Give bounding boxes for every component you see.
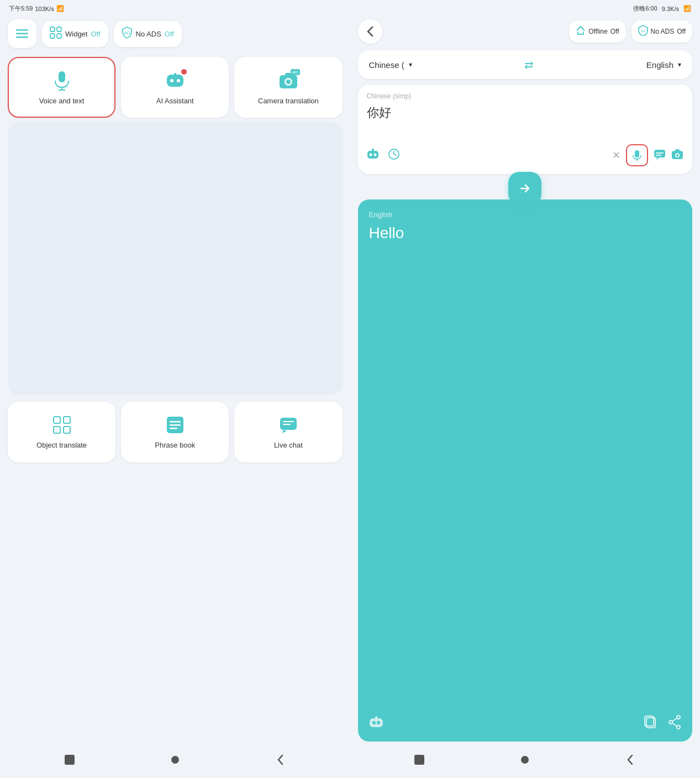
clear-button[interactable]: ✕	[612, 149, 620, 161]
camera-translation-label: Camera translation	[258, 97, 319, 106]
result-copy-icon[interactable]	[644, 715, 657, 733]
result-ai-icon[interactable]	[369, 715, 383, 733]
source-lang-chevron: ▾	[409, 61, 412, 69]
widget-label: Widget	[65, 30, 87, 38]
svg-rect-4	[57, 27, 61, 31]
svg-rect-20	[64, 417, 70, 423]
language-selector[interactable]: Chinese ( ▾ ⇄ English ▾	[358, 50, 693, 79]
feature-grid: Voice and text AI Assistant	[0, 52, 350, 122]
svg-line-56	[672, 718, 677, 722]
right-nav-back[interactable]	[622, 751, 639, 768]
left-panel: 下午5:59 103K/s 📶 Widget Off	[0, 0, 350, 778]
left-nav-square[interactable]	[61, 751, 78, 768]
voice-text-card[interactable]: Voice and text	[8, 57, 115, 118]
content-area	[8, 122, 343, 395]
svg-rect-30	[65, 755, 75, 765]
lang-swap-button[interactable]: ⇄	[524, 58, 534, 71]
left-time: 下午5:59	[9, 4, 33, 13]
right-toolbar-buttons: Offline Off AD No ADS Off	[569, 20, 692, 43]
svg-rect-31	[171, 756, 179, 764]
input-left-icons	[367, 148, 400, 163]
target-lang-chevron: ▾	[678, 61, 681, 69]
source-language[interactable]: Chinese ( ▾	[369, 60, 412, 70]
back-button[interactable]	[358, 19, 382, 44]
svg-rect-8	[59, 71, 65, 82]
svg-rect-14	[174, 73, 176, 76]
result-right-icons	[644, 715, 681, 733]
offline-label: Offline	[588, 28, 607, 35]
left-nav-circle[interactable]	[167, 751, 183, 768]
send-button[interactable]	[508, 172, 541, 205]
result-action-bar	[369, 704, 682, 733]
left-toolbar: Widget Off AD No ADS Off	[0, 15, 350, 52]
no-ads-off-label: Off	[165, 30, 174, 38]
input-lang-label: Chinese (simp)	[367, 92, 684, 100]
right-toolbar: Offline Off AD No ADS Off	[350, 15, 701, 48]
svg-rect-59	[521, 756, 529, 764]
object-translate-label: Object translate	[36, 441, 87, 450]
svg-point-35	[373, 153, 376, 156]
right-nav-bar	[350, 742, 701, 778]
left-signal-icons: 📶	[56, 5, 64, 12]
camera-toolbar-icon[interactable]	[671, 148, 683, 162]
phrase-book-label: Phrase book	[155, 441, 195, 450]
result-lang-label: English	[369, 211, 682, 219]
svg-point-55	[677, 726, 680, 729]
ai-notification-dot	[181, 69, 187, 75]
no-ads-button[interactable]: AD No ADS Off	[114, 21, 182, 47]
widget-button[interactable]: Widget Off	[42, 21, 108, 47]
svg-rect-47	[370, 718, 383, 727]
svg-rect-19	[54, 417, 60, 423]
svg-rect-36	[372, 149, 374, 151]
right-speed: 9.3K/s	[662, 6, 679, 12]
voice-text-icon-wrap	[50, 69, 73, 92]
svg-point-13	[177, 79, 180, 82]
left-speed: 103K/s	[35, 6, 54, 12]
object-translate-icon	[50, 413, 73, 437]
live-chat-label: Live chat	[274, 441, 303, 450]
send-button-area	[350, 172, 701, 205]
svg-rect-40	[654, 150, 665, 157]
input-text-display[interactable]: 你好	[367, 104, 684, 138]
bottom-feature-grid: Object translate Phrase book	[0, 395, 350, 469]
camera-translation-card[interactable]: AD Camera translation	[234, 57, 342, 118]
input-right-icons: ✕	[612, 144, 683, 166]
svg-point-45	[676, 154, 678, 156]
ai-assistant-label: AI Assistant	[156, 97, 194, 106]
svg-rect-42	[656, 155, 661, 156]
widget-off-label: Off	[91, 30, 100, 38]
svg-line-57	[672, 723, 677, 727]
right-nav-circle[interactable]	[517, 751, 533, 768]
ai-assistant-card[interactable]: AI Assistant	[121, 57, 229, 118]
right-no-ads-off-label: Off	[677, 28, 686, 35]
svg-rect-6	[57, 34, 61, 38]
svg-point-17	[286, 80, 291, 84]
translation-result-area: English Hello	[358, 199, 693, 742]
object-translate-card[interactable]: Object translate	[8, 402, 115, 462]
speech-toolbar-icon[interactable]	[654, 148, 666, 162]
svg-point-54	[669, 721, 672, 724]
result-share-icon[interactable]	[668, 715, 681, 733]
right-time: 傍晚6:00	[633, 4, 657, 13]
svg-rect-1	[16, 33, 28, 35]
mic-button[interactable]	[626, 144, 648, 166]
right-nav-square[interactable]	[411, 751, 428, 768]
right-no-ads-label: No ADS	[651, 28, 675, 35]
svg-text:AD: AD	[640, 29, 645, 33]
ai-toolbar-icon[interactable]	[367, 148, 379, 163]
history-toolbar-icon[interactable]	[388, 148, 400, 163]
right-no-ads-button[interactable]: AD No ADS Off	[631, 20, 692, 43]
svg-rect-58	[414, 755, 424, 765]
menu-button[interactable]	[8, 19, 36, 48]
target-language[interactable]: English ▾	[646, 60, 681, 70]
svg-rect-46	[675, 149, 680, 151]
offline-button[interactable]: Offline Off	[569, 20, 625, 43]
phrase-book-card[interactable]: Phrase book	[121, 402, 229, 462]
offline-off-label: Off	[610, 28, 619, 35]
svg-rect-11	[167, 75, 183, 87]
live-chat-card[interactable]: Live chat	[234, 402, 342, 462]
offline-icon	[576, 25, 586, 38]
svg-rect-28	[283, 421, 294, 422]
left-nav-back[interactable]	[272, 751, 289, 768]
no-ads-label: No ADS	[136, 30, 161, 38]
